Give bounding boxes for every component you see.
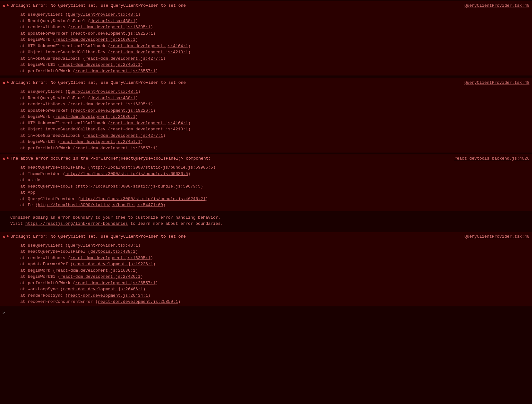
stack-line: at HTMLUnknownElement.callCallback (reac…: [10, 120, 529, 127]
stack-link[interactable]: react-dom.development.js:25850:1: [98, 299, 178, 304]
stack-lines-2: at useQueryClient (QueryClientProvider.t…: [0, 88, 532, 153]
error-main-text-2: Uncaught Error: No QueryClient set, use …: [11, 80, 458, 86]
stack-link[interactable]: devtools.tsx:438:1: [90, 96, 135, 101]
error-block-1: ✖ ▶ Uncaught Error: No QueryClient set, …: [0, 0, 532, 77]
stack-link[interactable]: react-dom.development.js:19226:1: [73, 108, 153, 113]
error-icon-4: ✖: [3, 234, 5, 241]
stack-line: at App: [10, 189, 529, 196]
component-stack: at ReactQueryDevtoolsPanel (http://local…: [0, 164, 532, 211]
stack-link[interactable]: QueryClientProvider.tsx:48:1: [68, 243, 138, 248]
stack-line: at performUnitOfWork (react-dom.developm…: [10, 68, 529, 75]
suggestion-block: Consider adding an error boundary to you…: [0, 211, 532, 231]
error-icon-3: ✖: [3, 156, 5, 162]
stack-line: at invokeGuardedCallback (react-dom.deve…: [10, 133, 529, 139]
error-icon-2: ✖: [3, 80, 5, 87]
stack-line: at ReactQueryDevtools (http://localhost:…: [10, 183, 529, 190]
stack-line: at useQueryClient (QueryClientProvider.t…: [10, 89, 529, 95]
stack-line: at recoverFromConcurrentError (react-dom…: [10, 299, 529, 305]
stack-link[interactable]: http://localhost:3000/static/js/bundle.j…: [38, 203, 163, 207]
stack-lines-3: at useQueryClient (QueryClientProvider.t…: [0, 242, 532, 306]
component-error-block: ✖ ▶ The above error occurred in the <For…: [0, 154, 532, 211]
stack-link[interactable]: react-dom.development.js:26466:1: [63, 287, 143, 292]
stack-link[interactable]: react-dom.development.js:26557:1: [75, 146, 156, 151]
error-header-3: ✖ ▶ Uncaught Error: No QueryClient set, …: [0, 232, 532, 242]
error-main-text-3: Uncaught Error: No QueryClient set, use …: [11, 233, 458, 240]
stack-link[interactable]: react-dom.development.js:19226:1: [73, 262, 153, 267]
stack-link[interactable]: react-dom.development.js:16305:1: [70, 25, 150, 30]
stack-link[interactable]: react-dom.development.js:26557:1: [75, 281, 156, 285]
stack-line: at workLoopSync (react-dom.development.j…: [10, 286, 529, 293]
stack-link[interactable]: react-dom.development.js:26557:1: [75, 69, 156, 74]
triangle-2[interactable]: ▶: [7, 80, 9, 85]
stack-line: at ReactQueryDevtoolsPanel (http://local…: [10, 164, 529, 171]
stack-link[interactable]: react-dom.development.js:4277:1: [85, 133, 163, 138]
suggestion-line1: Consider adding an error boundary to you…: [10, 215, 522, 221]
stack-link[interactable]: devtools.tsx:438:1: [90, 249, 135, 254]
suggestion-line2: Visit https://reactjs.org/link/error-bou…: [10, 221, 522, 227]
error-block-3: ✖ ▶ Uncaught Error: No QueryClient set, …: [0, 231, 532, 308]
stack-link[interactable]: react-dom.development.js:4164:1: [110, 121, 188, 126]
stack-line: at ReactQueryDevtoolsPanel (devtools.tsx…: [10, 249, 529, 255]
stack-line: at performUnitOfWork (react-dom.developm…: [10, 280, 529, 286]
suggestion-suffix: to learn more about error boundaries.: [128, 221, 223, 226]
stack-link[interactable]: devtools.tsx:438:1: [90, 19, 135, 23]
stack-link[interactable]: react-dom.development.js:16305:1: [70, 102, 150, 107]
stack-link[interactable]: react-dom.development.js:21636:1: [55, 37, 135, 42]
error-source-3[interactable]: QueryClientProvider.tsx:48: [458, 233, 529, 240]
stack-line: at updateForwardRef (react-dom.developme…: [10, 261, 529, 268]
stack-link[interactable]: QueryClientProvider.tsx:48:1: [68, 12, 138, 17]
error-icon-1: ✖: [3, 3, 5, 10]
stack-line: at beginWork (react-dom.development.js:2…: [10, 37, 529, 43]
console-panel: ✖ ▶ Uncaught Error: No QueryClient set, …: [0, 0, 532, 318]
stack-line: at HTMLUnknownElement.callCallback (reac…: [10, 43, 529, 49]
stack-link[interactable]: react-dom.development.js:26434:1: [68, 293, 148, 298]
stack-line: at updateForwardRef (react-dom.developme…: [10, 31, 529, 37]
stack-line: at ThemeProvider (http://localhost:3000/…: [10, 171, 529, 177]
stack-line: at useQueryClient (QueryClientProvider.t…: [10, 12, 529, 18]
error-source-1[interactable]: QueryClientProvider.tsx:48: [458, 3, 529, 9]
stack-link[interactable]: react-dom.development.js:4213:1: [110, 127, 188, 132]
stack-link[interactable]: react-dom.development.js:4277:1: [85, 56, 163, 61]
stack-link[interactable]: react-dom.development.js:27451:1: [60, 62, 141, 67]
triangle-3[interactable]: ▶: [7, 155, 9, 161]
stack-link[interactable]: react-dom.development.js:4164:1: [110, 44, 188, 48]
stack-link[interactable]: react-dom.development.js:16305:1: [70, 256, 150, 260]
console-prompt[interactable]: >: [0, 308, 532, 318]
stack-line: at useQueryClient (QueryClientProvider.t…: [10, 242, 529, 249]
stack-line: at QueryClientProvider (http://localhost…: [10, 196, 529, 202]
stack-line: at beginWork$1 (react-dom.development.js…: [10, 62, 529, 68]
triangle-4[interactable]: ▶: [7, 233, 9, 239]
suggestion-prefix: Visit: [10, 221, 25, 226]
stack-link[interactable]: react-dom.development.js:27451:1: [60, 139, 141, 144]
stack-link[interactable]: react-dom.development.js:19226:1: [73, 31, 153, 36]
stack-line: at invokeGuardedCallback (react-dom.deve…: [10, 56, 529, 62]
error-boundaries-link[interactable]: https://reactjs.org/link/error-boundarie…: [25, 221, 128, 226]
stack-link[interactable]: http://localhost:3000/static/js/bundle.j…: [65, 171, 188, 176]
stack-link[interactable]: http://localhost:3000/static/js/bundle.j…: [78, 184, 201, 189]
stack-line: at renderRootSync (react-dom.development…: [10, 293, 529, 299]
stack-line: at beginWork$1 (react-dom.development.js…: [10, 274, 529, 280]
stack-link[interactable]: react-dom.development.js:21636:1: [55, 114, 135, 119]
stack-line: at Object.invokeGuardedCallbackDev (reac…: [10, 126, 529, 133]
stack-line: at renderWithHooks (react-dom.developmen…: [10, 101, 529, 108]
stack-link[interactable]: http://localhost:3000/static/js/bundle.j…: [80, 197, 205, 201]
stack-line: at aside: [10, 177, 529, 183]
stack-link[interactable]: http://localhost:3000/static/js/bundle.j…: [90, 165, 213, 170]
stack-link[interactable]: react-dom.development.js:4213:1: [110, 50, 188, 55]
stack-line: at Fe (http://localhost:3000/static/js/b…: [10, 202, 529, 208]
stack-line: at beginWork (react-dom.development.js:2…: [10, 114, 529, 120]
stack-link[interactable]: react-dom.development.js:21636:1: [55, 268, 135, 273]
stack-line: at beginWork$1 (react-dom.development.js…: [10, 139, 529, 145]
stack-line: at performUnitOfWork (react-dom.developm…: [10, 145, 529, 152]
triangle-1[interactable]: ▶: [7, 3, 9, 8]
stack-line: at updateForwardRef (react-dom.developme…: [10, 108, 529, 114]
caret-icon: >: [3, 311, 5, 315]
stack-link[interactable]: QueryClientProvider.tsx:48:1: [68, 89, 138, 94]
stack-link[interactable]: react-dom.development.js:27426:1: [60, 274, 141, 279]
stack-line: at Object.invokeGuardedCallbackDev (reac…: [10, 49, 529, 56]
error-source-2[interactable]: QueryClientProvider.tsx:48: [458, 80, 529, 86]
component-error-header: ✖ ▶ The above error occurred in the <For…: [0, 154, 532, 164]
component-error-source[interactable]: react_devtools_backend.js:4026: [448, 155, 529, 162]
error-block-2: ✖ ▶ Uncaught Error: No QueryClient set, …: [0, 77, 532, 154]
stack-line: at renderWithHooks (react-dom.developmen…: [10, 255, 529, 261]
